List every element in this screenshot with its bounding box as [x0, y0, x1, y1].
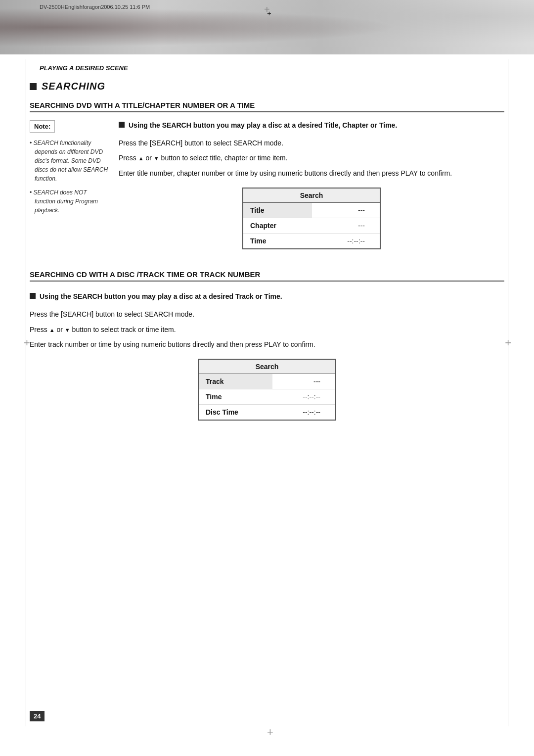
- searching-title-text: SEARCHING: [42, 81, 105, 92]
- dvd-step-2: Press or button to select title, chapter…: [119, 152, 504, 163]
- page-number: 24: [30, 711, 44, 721]
- table-row: Title ---: [243, 203, 380, 218]
- dvd-two-col: Note: • SEARCH functionality depends on …: [30, 120, 504, 258]
- crosshair-top: +: [267, 9, 277, 19]
- note-items: • SEARCH functionality depends on differ…: [30, 139, 109, 215]
- section-header: PLAYING A DESIRED SCENE: [30, 64, 504, 72]
- table-row: Track ---: [198, 374, 336, 389]
- dvd-row-chapter-label: Chapter: [243, 218, 312, 234]
- crosshair-mid-left: +: [24, 336, 30, 349]
- dvd-table-header: Search: [243, 188, 380, 203]
- cd-table-header: Search: [198, 359, 336, 374]
- crosshair-bottom: +: [267, 726, 273, 739]
- cd-step-2: Press or button to select track or time …: [30, 324, 504, 335]
- cd-row-track-label: Track: [198, 374, 272, 389]
- dvd-row-chapter-value: ---: [312, 218, 380, 234]
- cd-row-disctime-value: --:--:--: [272, 405, 336, 421]
- cd-row-time-value: --:--:--: [272, 389, 336, 405]
- dvd-row-time-value: --:--:--: [312, 234, 380, 249]
- dvd-step-3: Enter title number, chapter number or ti…: [119, 168, 504, 179]
- dvd-section-heading: SEARCHING DVD WITH A TITLE/CHAPTER NUMBE…: [30, 101, 504, 112]
- dvd-search-table-wrap: Search Title --- Chapter --- Time --:--:…: [242, 188, 381, 249]
- dvd-row-time-label: Time: [243, 234, 312, 249]
- table-row: Disc Time --:--:--: [198, 405, 336, 421]
- dvd-step-1: Press the [SEARCH] button to select SEAR…: [119, 138, 504, 148]
- cd-step-1: Press the [SEARCH] button to select SEAR…: [30, 309, 504, 320]
- cd-search-table: Search Track --- Time --:--:-- Disc Time…: [198, 359, 336, 421]
- table-row: Time --:--:--: [243, 234, 380, 249]
- page-border-right: [508, 59, 508, 726]
- main-content: PLAYING A DESIRED SCENE SEARCHING SEARCH…: [30, 54, 504, 421]
- page-border-left: [26, 59, 26, 726]
- dvd-main-col: Using the SEARCH button you may play a d…: [119, 120, 504, 258]
- bullet-square-icon: [119, 122, 125, 128]
- cd-step-3: Enter track number or time by using nume…: [30, 339, 504, 350]
- cd-search-table-wrap: Search Track --- Time --:--:-- Disc Time…: [198, 359, 336, 421]
- note-label: Note:: [30, 120, 55, 133]
- dvd-search-table: Search Title --- Chapter --- Time --:--:…: [242, 188, 381, 249]
- table-header-row: Search: [243, 188, 380, 203]
- cd-row-disctime-label: Disc Time: [198, 405, 272, 421]
- crosshair-mid-right: +: [505, 336, 511, 349]
- doc-meta: DV-2500HEnglishforagon2006.10.25 11:6 PM: [40, 4, 150, 10]
- note-item-1: • SEARCH functionality depends on differ…: [30, 139, 109, 183]
- dvd-sidebar: Note: • SEARCH functionality depends on …: [30, 120, 109, 258]
- cd-table-header-row: Search: [198, 359, 336, 374]
- table-row: Time --:--:--: [198, 389, 336, 405]
- table-row: Chapter ---: [243, 218, 380, 234]
- cd-bold-instruction: Using the SEARCH button you may play a d…: [30, 291, 504, 302]
- dvd-row-title-value: ---: [312, 203, 380, 218]
- cd-section-heading: SEARCHING CD WITH A DISC /TRACK TIME OR …: [30, 270, 504, 282]
- cd-row-time-label: Time: [198, 389, 272, 405]
- cd-row-track-value: ---: [272, 374, 336, 389]
- dvd-bold-instruction: Using the SEARCH button you may play a d…: [119, 120, 504, 131]
- black-square-icon: [30, 83, 37, 90]
- cd-bullet-square-icon: [30, 293, 36, 299]
- searching-title-block: SEARCHING: [30, 81, 504, 92]
- dvd-row-title-label: Title: [243, 203, 312, 218]
- note-item-2: • SEARCH does NOT function during Progra…: [30, 188, 109, 215]
